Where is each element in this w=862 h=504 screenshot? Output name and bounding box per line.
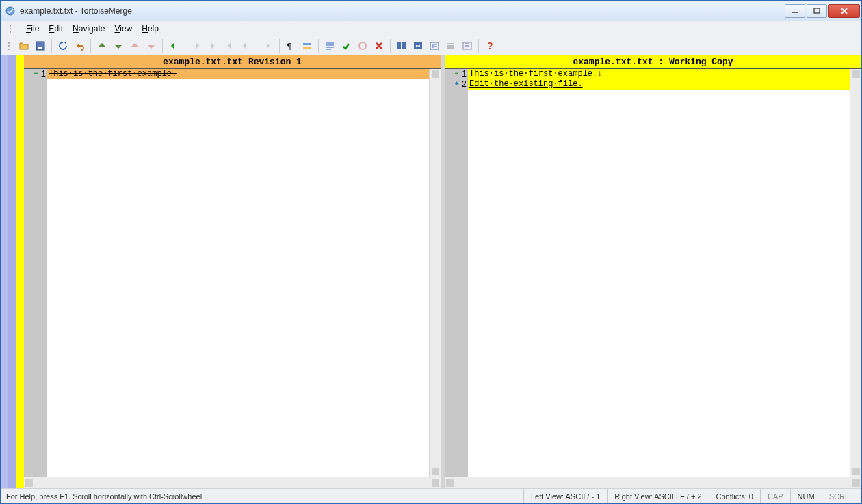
help-button[interactable]: ?	[482, 38, 497, 53]
vertical-scrollbar[interactable]	[429, 69, 441, 477]
regex-button[interactable]	[460, 38, 475, 53]
use-right-button[interactable]	[222, 38, 237, 53]
line-number: 1	[462, 70, 467, 79]
right-gutter: ≡1 +2	[445, 69, 468, 477]
status-left-view: Left View: ASCII / - 1	[523, 489, 607, 503]
grip-icon: ⋮	[5, 41, 12, 51]
svg-rect-17	[397, 42, 401, 49]
svg-text:?: ?	[487, 41, 493, 51]
added-marker-icon: +	[454, 81, 460, 88]
status-cap: CAP	[760, 489, 790, 503]
prev-diff-button[interactable]	[94, 38, 109, 53]
minimize-button[interactable]	[785, 4, 805, 18]
svg-rect-2	[814, 8, 820, 13]
swap-button[interactable]	[410, 38, 426, 53]
line-number: 1	[41, 70, 46, 79]
right-pane-title: example.txt.txt : Working Copy	[445, 55, 861, 69]
left-gutter: ≡1	[24, 69, 47, 477]
menu-view[interactable]: View	[114, 24, 132, 34]
mark-button[interactable]	[261, 38, 276, 53]
prev-conflict-button[interactable]	[127, 38, 142, 53]
window-title: example.txt.txt - TortoiseMerge	[20, 6, 132, 16]
grip-icon: ⋮	[6, 24, 14, 34]
menubar: ⋮ File Edit Navigate View Help	[1, 21, 861, 36]
svg-point-14	[359, 42, 366, 49]
wrap-button[interactable]	[322, 38, 337, 53]
menu-help[interactable]: Help	[142, 24, 159, 34]
open-button[interactable]	[16, 38, 31, 53]
menu-file[interactable]: File	[26, 24, 39, 34]
modified-marker-icon: ≡	[33, 71, 40, 78]
code-line[interactable]: Edit·the·existing·file.	[468, 79, 850, 90]
status-num: NUM	[790, 489, 822, 503]
two-pane-button[interactable]	[394, 38, 409, 53]
save-button[interactable]	[33, 38, 48, 53]
inline-diff-button[interactable]	[300, 38, 315, 53]
horizontal-scrollbar[interactable]	[24, 477, 441, 488]
menu-edit[interactable]: Edit	[49, 24, 63, 34]
line-number: 2	[462, 80, 467, 90]
locator-bar[interactable]	[1, 55, 24, 488]
close-button[interactable]	[828, 4, 860, 18]
left-editor[interactable]: This·is·the·first·example.	[47, 69, 429, 477]
right-pane: example.txt.txt : Working Copy ≡1 +2 Thi…	[445, 55, 861, 488]
svg-rect-18	[402, 42, 406, 49]
svg-point-0	[6, 7, 14, 15]
code-line[interactable]: This·is·the·first·example.↓	[468, 69, 850, 79]
status-hint: For Help, press F1. Scroll horizontally …	[6, 492, 202, 501]
toolbar: ⋮ ¶ ≡ ?	[1, 36, 861, 55]
status-right-view: Right View: ASCII LF / + 2	[607, 489, 708, 503]
modified-marker-icon: ≡	[454, 71, 460, 78]
maximize-button[interactable]	[807, 4, 827, 18]
next-conflict-button[interactable]	[144, 38, 159, 53]
vertical-scrollbar[interactable]	[850, 69, 861, 477]
right-editor[interactable]: This·is·the·first·example.↓ Edit·the·exi…	[468, 69, 850, 477]
svg-rect-9	[303, 47, 311, 49]
ignore-comments-button[interactable]	[443, 38, 458, 53]
use-right-block-button[interactable]	[238, 38, 253, 53]
next-diff-button[interactable]	[111, 38, 126, 53]
app-icon	[5, 5, 16, 16]
menu-navigate[interactable]: Navigate	[73, 24, 105, 34]
svg-text:¶: ¶	[287, 40, 291, 51]
svg-rect-6	[38, 47, 42, 49]
collapse-button[interactable]: ≡	[427, 38, 442, 53]
svg-text:≡: ≡	[434, 43, 438, 49]
left-pane-title: example.txt.txt Revision 1	[24, 55, 441, 69]
use-block-button[interactable]	[339, 38, 354, 53]
status-conflicts: Conflicts: 0	[709, 489, 760, 503]
content-area: example.txt.txt Revision 1 ≡1 This·is·th…	[1, 55, 861, 488]
titlebar: example.txt.txt - TortoiseMerge	[1, 1, 861, 21]
undo-button[interactable]	[72, 38, 87, 53]
horizontal-scrollbar[interactable]	[445, 477, 861, 488]
left-pane: example.txt.txt Revision 1 ≡1 This·is·th…	[24, 55, 441, 488]
prev-conflict-o-button[interactable]	[355, 38, 370, 53]
statusbar: For Help, press F1. Scroll horizontally …	[1, 488, 861, 503]
status-scrl: SCRL	[822, 489, 856, 503]
next-inline-button[interactable]	[166, 38, 181, 53]
whitespace-button[interactable]: ¶	[283, 38, 298, 53]
use-left-button[interactable]	[205, 38, 220, 53]
use-left-block-button[interactable]	[189, 38, 204, 53]
reject-button[interactable]	[371, 38, 387, 53]
reload-button[interactable]	[55, 38, 70, 53]
code-line[interactable]: This·is·the·first·example.	[47, 69, 429, 79]
svg-rect-8	[303, 43, 311, 45]
